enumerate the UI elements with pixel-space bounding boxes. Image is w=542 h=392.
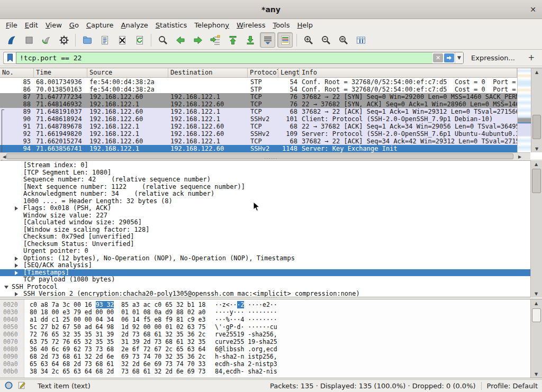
column-header-destination[interactable]: Destination	[168, 68, 248, 77]
resize-columns-button[interactable]	[353, 32, 368, 48]
detail-line[interactable]: [Window size scaling factor: 128]	[0, 226, 530, 234]
save-file-button[interactable]	[97, 32, 112, 48]
packet-row-93[interactable]: 9371.662015274192.168.122.60192.168.122.…	[0, 138, 517, 145]
hex-row-0060[interactable]: 006072 76 65 32 35 35 31 39 2d 73 68 61 …	[0, 331, 530, 338]
column-header-time[interactable]: Time	[34, 68, 87, 77]
packet-row-86[interactable]: 8670.013850163fe:54:00:d4:38:2aSTP54Conf…	[0, 86, 517, 93]
packet-list-header[interactable]: No.TimeSourceDestinationProtocolLengthIn…	[0, 68, 517, 78]
stop-capture-button[interactable]	[21, 32, 37, 48]
detail-line[interactable]: [Next sequence number: 1122 (relative se…	[0, 184, 530, 191]
zoom-in-button[interactable]	[301, 32, 316, 48]
scroll-down-arrow-icon[interactable]: ▼	[532, 370, 540, 378]
packet-row-94[interactable]: 9471.663856741192.168.122.1192.168.122.6…	[0, 145, 517, 152]
menu-wireless[interactable]: Wireless	[233, 20, 269, 30]
expert-info-button[interactable]	[4, 381, 13, 391]
go-first-button[interactable]	[225, 32, 240, 48]
collapsed-arrow-icon[interactable]	[15, 263, 18, 268]
detail-line[interactable]: Sequence number: 42 (relative sequence n…	[0, 176, 530, 184]
packet-row-87[interactable]: 8771.647777234192.168.122.60192.168.122.…	[0, 93, 517, 101]
filter-bookmark-button[interactable]	[3, 52, 16, 64]
detail-line[interactable]: [Calculated window size: 29056]	[0, 219, 530, 226]
hex-row-0020[interactable]: 0020c0 a8 7a 3c 00 16 93 32 85 a3 ac c0 …	[0, 301, 530, 308]
hex-row-0040[interactable]: 0040a1 dd c1 25 00 00 04 34 06 14 f5 e8 …	[0, 316, 530, 323]
detail-line[interactable]: Urgent pointer: 0	[0, 248, 530, 255]
detail-line[interactable]: [TCP Segment Len: 1080]	[0, 169, 530, 177]
detail-line[interactable]: Window size value: 227	[0, 212, 530, 220]
auto-scroll-button[interactable]	[260, 32, 275, 48]
open-file-button[interactable]	[79, 32, 95, 48]
reload-file-button[interactable]	[132, 32, 147, 48]
capture-options-button[interactable]	[56, 32, 71, 48]
detail-line[interactable]: Acknowledgment number: 34 (relative ack …	[0, 190, 530, 198]
zoom-out-button[interactable]	[318, 32, 333, 48]
detail-vscrollbar[interactable]: ▲ ▼	[530, 160, 542, 297]
packet-row-89[interactable]: 8971.648191037192.168.122.60192.168.122.…	[0, 108, 517, 115]
display-filter-input[interactable]	[16, 52, 432, 63]
detail-line[interactable]: Checksum: 0x79ed [unverified]	[0, 233, 530, 241]
go-forward-button[interactable]	[190, 32, 205, 48]
hex-row-0070[interactable]: 007063 75 72 76 65 32 35 35 31 39 2d 73 …	[0, 338, 530, 345]
menu-telephony[interactable]: Telephony	[191, 20, 233, 30]
detail-line[interactable]: Flags: 0x018 (PSH, ACK)	[0, 205, 530, 212]
hex-row-0080[interactable]: 008036 40 6c 69 62 73 73 68 2e 6f 72 67 …	[0, 345, 530, 353]
detail-line[interactable]: [SEQ/ACK analysis]	[0, 262, 530, 269]
detail-line[interactable]: 1000 .... = Header Length: 32 bytes (8)	[0, 198, 530, 205]
expression-button[interactable]: Expression...	[471, 54, 515, 62]
menu-view[interactable]: View	[42, 20, 66, 30]
packet-list-vscrollbar[interactable]: ▲ ▼	[531, 68, 542, 152]
packet-row-91[interactable]: 9171.648789678192.168.122.1192.168.122.6…	[0, 123, 517, 130]
column-header-info[interactable]: Info	[300, 68, 517, 77]
colorize-button[interactable]	[277, 32, 293, 48]
packet-row-92[interactable]: 9271.661949820192.168.122.1192.168.122.6…	[0, 130, 517, 138]
detail-line[interactable]: [Stream index: 0]	[0, 162, 530, 169]
menu-edit[interactable]: Edit	[21, 20, 42, 30]
intelligent-scrollbar-minimap[interactable]	[517, 68, 531, 152]
column-header-source[interactable]: Source	[87, 68, 168, 77]
hex-row-0090[interactable]: 009068 2d 73 68 61 32 2d 6e 69 73 74 70 …	[0, 353, 530, 360]
capture-comment-button[interactable]	[17, 381, 26, 391]
detail-line[interactable]: SSH Protocol	[0, 284, 530, 291]
packet-row-88[interactable]: 8871.648146932192.168.122.1192.168.122.6…	[0, 101, 517, 108]
collapsed-arrow-icon[interactable]	[15, 257, 18, 261]
menu-go[interactable]: Go	[66, 20, 83, 30]
clear-filter-button[interactable]: ✕	[433, 53, 443, 62]
menu-capture[interactable]: Capture	[83, 20, 118, 30]
scroll-up-arrow-icon[interactable]: ▲	[532, 299, 540, 307]
packet-row-85[interactable]: 8568.001734936fe:54:00:d4:38:2aSTP54Conf…	[0, 78, 517, 86]
find-packet-button[interactable]	[155, 32, 170, 48]
profile-label[interactable]: Profile: Default	[487, 382, 538, 390]
scrollbar-thumb[interactable]	[532, 115, 541, 139]
close-file-button[interactable]	[114, 32, 130, 48]
restart-capture-button[interactable]	[39, 32, 54, 48]
menu-tools[interactable]: Tools	[269, 20, 293, 30]
menu-statistics[interactable]: Statistics	[152, 20, 191, 30]
column-header-no[interactable]: No.	[0, 68, 34, 77]
go-last-button[interactable]	[242, 32, 258, 48]
add-filter-button[interactable]: +	[525, 52, 538, 63]
hex-row-0050[interactable]: 00505c 27 b2 67 50 ad 64 98 1d 92 00 00 …	[0, 323, 530, 331]
collapsed-arrow-icon[interactable]	[15, 206, 18, 211]
scrollbar-thumb[interactable]	[532, 308, 541, 322]
column-header-protocol[interactable]: Protocol	[248, 68, 278, 77]
filter-history-dropdown[interactable]: ▼	[455, 52, 463, 63]
column-header-length[interactable]: Length	[278, 68, 300, 77]
go-back-button[interactable]	[173, 32, 188, 48]
collapsed-arrow-icon[interactable]	[15, 292, 18, 296]
hex-row-0030[interactable]: 003080 18 00 e3 79 ed 00 00 01 01 08 0a …	[0, 308, 530, 316]
scrollbar-thumb[interactable]	[532, 169, 541, 193]
detail-line[interactable]: Options: (12 bytes), No-Operation (NOP),…	[0, 255, 530, 262]
start-capture-button[interactable]	[4, 32, 19, 48]
scroll-up-arrow-icon[interactable]: ▲	[532, 68, 541, 76]
menu-file[interactable]: File	[2, 20, 21, 30]
close-window-button[interactable]: ✕	[528, 5, 538, 14]
detail-line[interactable]: TCP payload (1080 bytes)	[0, 276, 530, 284]
collapsed-arrow-icon[interactable]	[15, 271, 18, 275]
scroll-up-arrow-icon[interactable]: ▲	[532, 160, 540, 168]
hex-row-00a0[interactable]: 00a065 63 64 68 2d 73 68 61 32 2d 6e 69 …	[0, 360, 530, 368]
apply-filter-button[interactable]	[444, 53, 454, 62]
expanded-arrow-icon[interactable]	[4, 286, 8, 289]
menu-help[interactable]: Help	[293, 20, 317, 30]
bytes-vscrollbar[interactable]: ▲ ▼	[530, 299, 542, 378]
scroll-down-arrow-icon[interactable]: ▼	[532, 145, 541, 152]
detail-line[interactable]: [Timestamps]	[0, 269, 530, 277]
